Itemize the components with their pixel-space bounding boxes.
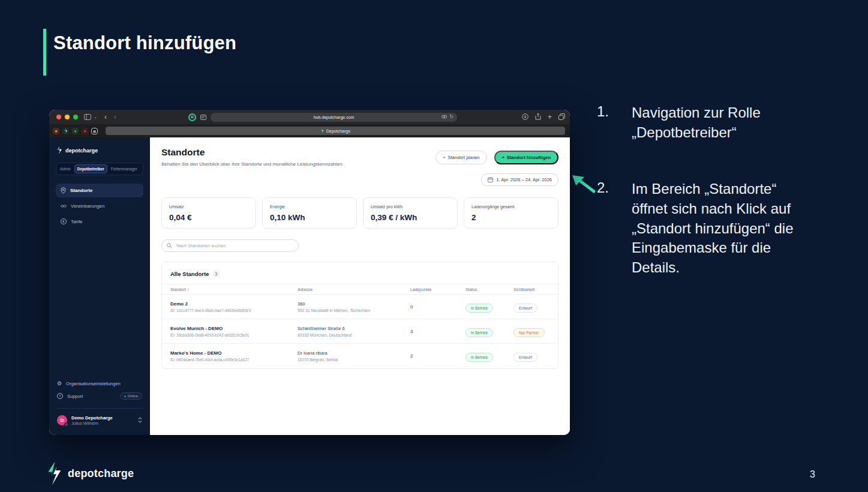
visibility-badge: Entwurf (513, 353, 537, 362)
role-tab-flottenmanager[interactable]: Flottenmanager (109, 164, 140, 173)
sidebar-item-standorte[interactable]: Standorte (56, 184, 143, 197)
sidebar-item-organisationseinstellungen[interactable]: ⚙ Organisationseinstellungen (56, 378, 143, 389)
table-row[interactable]: Demo 2ID: 1d1c4777-4ee3-46eb-9ae7-4463ea… (162, 295, 558, 319)
accent-bar (43, 29, 46, 76)
map-pin-icon (61, 187, 66, 194)
extension-icon[interactable]: ⊠ (91, 128, 98, 134)
avatar-badge (64, 422, 68, 427)
close-window-icon[interactable] (56, 115, 61, 119)
column-header-sichtbarkeit[interactable]: Sichtbarkeit (513, 287, 549, 292)
step-number: 1. (597, 103, 632, 142)
column-header-standort[interactable]: Standort↑ (170, 287, 298, 292)
location-id: ID: 1d1c4777-4ee3-46eb-9ae7-4463ea5b8923 (170, 308, 298, 313)
extension-icon[interactable]: G (188, 113, 196, 121)
downloads-icon[interactable] (522, 112, 528, 122)
pointer-arrow-icon (571, 174, 596, 196)
sidebar-nav: Standorte Vereinbarungen € Tarife (56, 184, 143, 228)
kpi-label: Energie (270, 204, 349, 209)
permissions-icon[interactable] (441, 114, 447, 119)
share-icon[interactable] (535, 112, 541, 122)
table-count-badge: 3 (212, 270, 220, 277)
bolt-icon (44, 461, 62, 486)
column-header-ladepunkte[interactable]: Ladepunkte (410, 287, 465, 292)
search-input[interactable] (175, 242, 293, 249)
location-name: Marko's Home - DEMO (170, 350, 298, 356)
url-field[interactable]: hub.depotcharge.com ↻ (211, 113, 457, 122)
search-box (161, 239, 299, 252)
sidebar-item-label: Standorte (70, 188, 92, 193)
extension-icon[interactable]: ✦ (72, 128, 79, 134)
user-name: Julius Wilhelm (71, 421, 113, 425)
kpi-value: 0,10 kWh (270, 213, 349, 222)
browser-window: ⌄ ‹ › G hub.depotcharge.com ↻ (49, 110, 570, 435)
app-window: depotcharge Admin Depotbetreiber Flotten… (49, 137, 570, 435)
kpi-card-umsatz: Umsatz 0,04 € (161, 197, 256, 229)
back-icon[interactable]: ‹ (104, 113, 107, 121)
table-row[interactable]: Evolve Munich - DEMOID: 39cba308-0ba8-40… (162, 319, 558, 344)
url-actions: ↻ (441, 114, 453, 119)
charge-points: 2 (410, 353, 465, 359)
address-line2: 592 31 Neustadtl in Mähren, Tschechien (298, 308, 410, 313)
reload-icon[interactable]: ↻ (449, 114, 453, 119)
visibility-badge: Nur Partner (513, 328, 545, 337)
user-org: Demo Depotcharge (71, 415, 113, 421)
sidebar-item-tarife[interactable]: € Tarife (56, 215, 143, 228)
role-tab-admin[interactable]: Admin (58, 164, 73, 173)
calendar-icon (488, 177, 493, 182)
user-menu[interactable]: D Demo Depotcharge Julius Wilhelm (56, 413, 143, 429)
slide-title: Standort hinzufügen (53, 32, 236, 76)
role-tab-depotbetreiber[interactable]: Depotbetreiber (74, 164, 107, 173)
online-badge: ● Online (120, 392, 142, 400)
avatar: D (57, 415, 67, 425)
step-number: 2. (597, 179, 632, 277)
footer-logo: depotcharge (44, 461, 134, 486)
step-item: 2. Im Bereich „Standorte“ öffnet sich na… (597, 179, 813, 277)
window-controls (56, 115, 78, 119)
slide: Standort hinzufügen 1. Navigation zur Ro… (0, 0, 868, 492)
step-text: Im Bereich „Standorte“ öffnet sich nach … (632, 179, 812, 277)
extension-icon[interactable]: ✹ (53, 128, 59, 134)
tab-overview-icon[interactable] (558, 112, 565, 122)
sidebar-item-support[interactable]: ? Support ● Online (56, 389, 143, 403)
online-dot-icon: ● (124, 395, 126, 398)
browser-tab[interactable]: Depotcharge (106, 127, 565, 135)
zoom-window-icon[interactable] (73, 115, 78, 119)
new-tab-icon[interactable]: + (548, 113, 552, 121)
location-name: Evolve Munich - DEMO (170, 326, 298, 331)
kpi-card-energie: Energie 0,10 kWh (262, 197, 357, 229)
column-header-status[interactable]: Status (465, 287, 513, 292)
euro-icon: € (61, 218, 67, 224)
column-header-adresse[interactable]: Adresse (298, 287, 410, 292)
reader-icon[interactable] (200, 115, 206, 120)
kpi-value: 2 (471, 213, 551, 222)
url-text: hub.depotcharge.com (314, 115, 355, 119)
location-id: ID: 39cba308-0ba8-4093-b242-afd3519c5e0c (170, 333, 298, 337)
extension-icon[interactable] (62, 128, 69, 134)
kpi-value: 0,39 € / kWh (371, 213, 450, 222)
chevron-down-icon[interactable]: ⌄ (94, 115, 97, 119)
date-range-picker[interactable]: 1. Apr. 2026 – 24. Apr. 2026 (481, 173, 558, 186)
table-row[interactable]: Marko's Home - DEMOID: 9804daed-76e0-46c… (162, 344, 558, 368)
kpi-card-ladevorgaenge: Ladevorgänge gesamt 2 (464, 197, 558, 229)
brand-wordmark: depotcharge (68, 467, 134, 480)
status-badge: In Betrieb (465, 328, 493, 337)
add-location-button[interactable]: + Standort hinzufügen (494, 151, 558, 164)
avatar-initial: D (61, 418, 64, 423)
page-number: 3 (810, 469, 815, 480)
sort-asc-icon: ↑ (187, 287, 190, 292)
extension-icon[interactable]: ✳ (82, 128, 88, 134)
kpi-value: 0,04 € (169, 213, 248, 222)
gear-icon: ⚙ (57, 381, 62, 386)
kpi-label: Umsatz pro kWh (371, 204, 450, 209)
sidebar-item-label: Organisationseinstellungen (66, 381, 120, 386)
sidebar-footer: ⚙ Organisationseinstellungen ? Support ●… (56, 378, 143, 429)
tab-title: Depotcharge (326, 129, 350, 133)
sidebar-item-label: Tarife (71, 219, 83, 224)
sidebar-item-vereinbarungen[interactable]: Vereinbarungen (56, 200, 143, 212)
page-title: Standorte (161, 147, 344, 158)
kpi-label: Ladevorgänge gesamt (471, 204, 551, 209)
minimize-window-icon[interactable] (65, 115, 70, 119)
forward-icon[interactable]: › (114, 113, 116, 121)
sidebar-toggle-icon[interactable] (84, 114, 91, 120)
plan-location-button[interactable]: + Standort planen (435, 151, 486, 164)
